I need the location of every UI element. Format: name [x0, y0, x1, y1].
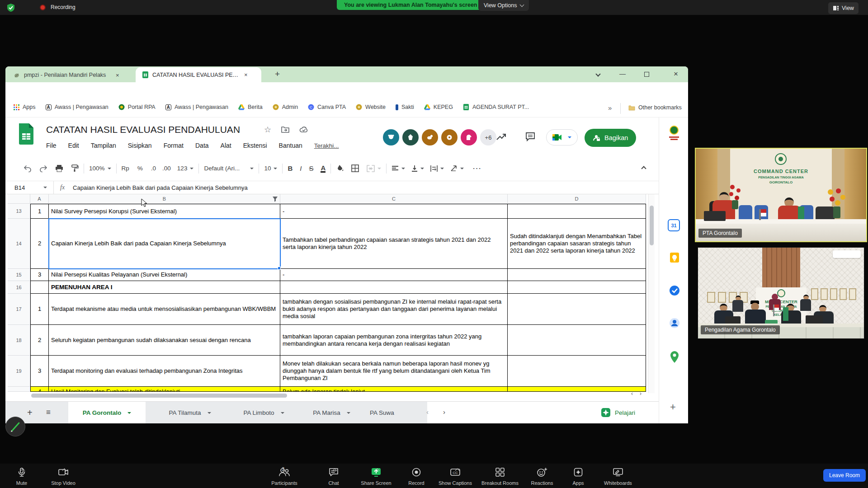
move-folder-icon[interactable] [281, 126, 289, 133]
vertical-align-icon[interactable] [411, 165, 418, 172]
bookmark-admin[interactable]: Admin [273, 104, 298, 110]
menu-ekstensi[interactable]: Ekstensi [243, 142, 267, 149]
bookmark-website[interactable]: Website [356, 104, 386, 110]
collaborator-avatar[interactable] [421, 128, 439, 146]
row-header-16[interactable]: 16 [8, 281, 30, 294]
cell-b13[interactable]: Nilai Survey Persepsi Korupsi (Survei Ek… [49, 204, 280, 219]
sheet-tab-pa-limboto[interactable]: PA Limboto [229, 402, 299, 423]
filter-icon[interactable] [272, 196, 278, 202]
column-header-d[interactable]: D [508, 194, 646, 204]
activity-trend-icon[interactable] [496, 132, 507, 141]
cell-a14[interactable]: 2 [30, 219, 49, 269]
security-shield-icon[interactable] [6, 3, 15, 12]
zoom-select[interactable]: 100% [89, 165, 105, 172]
view-options-button[interactable]: View Options [478, 0, 529, 11]
share-button[interactable]: Bagikan [585, 129, 636, 147]
star-document-icon[interactable]: ☆ [264, 125, 271, 135]
text-rotate-icon[interactable] [450, 165, 458, 172]
bookmark-portal-rpa[interactable]: Portal RPA [118, 104, 156, 110]
increase-decimal-button[interactable]: .00 [162, 165, 171, 172]
row-header-20[interactable] [8, 387, 30, 392]
sheet-tab-pa-gorontalo[interactable]: PA Gorontalo [68, 402, 146, 423]
participants-button[interactable]: 3 Participants [263, 467, 306, 486]
formula-input[interactable]: Capaian Kinerja Lebih Baik dari pada Cap… [73, 184, 248, 191]
tasks-icon[interactable] [669, 285, 680, 296]
close-tab-icon[interactable]: × [244, 71, 248, 78]
collaborator-avatar[interactable] [382, 128, 400, 146]
menu-tampilan[interactable]: Tampilan [91, 142, 116, 149]
cell-d19[interactable] [508, 356, 646, 387]
breakout-rooms-button[interactable]: Breakout Rooms [478, 467, 522, 486]
cell-c15[interactable]: - [280, 269, 508, 281]
sheet-tab-pa-tilamuta[interactable]: PA Tilamuta [153, 402, 227, 423]
column-header-c[interactable]: C [280, 194, 508, 204]
sheet-tab-pa-marisa[interactable]: PA Marisa [301, 402, 363, 423]
collaborator-overflow-badge[interactable]: +6 [479, 128, 497, 146]
strikethrough-button[interactable]: S [309, 164, 313, 172]
cell-b17[interactable]: Terdapat mekanisme atau media untuk mens… [49, 294, 280, 325]
horizontal-align-icon[interactable] [392, 165, 399, 172]
record-button[interactable]: Record [395, 467, 438, 486]
collaborator-avatar[interactable] [401, 128, 420, 146]
row-header-15[interactable]: 15 [8, 269, 30, 281]
cell-b20[interactable]: Hasil Monitoring dan Evaluasi telah diti… [49, 387, 280, 392]
format-currency-button[interactable]: Rp [122, 165, 129, 172]
leave-room-button[interactable]: Leave Room [823, 469, 866, 482]
bookmark-sakti[interactable]: Sakti [396, 104, 414, 110]
menu-file[interactable]: File [46, 142, 57, 149]
cloud-status-icon[interactable] [299, 126, 308, 133]
column-header-a[interactable]: A [30, 194, 49, 204]
undo-icon[interactable] [24, 165, 32, 172]
cell-d18[interactable] [508, 325, 646, 356]
cell-d17[interactable] [508, 294, 646, 325]
toolbar-more-icon[interactable]: ··· [473, 165, 482, 172]
row-header-13[interactable]: 13 [8, 204, 30, 219]
browser-tab-sheets[interactable]: CATATAN HASIL EVALUASI PENDA × [136, 67, 261, 82]
cell-a13[interactable]: 1 [30, 204, 49, 219]
row-header-19[interactable]: 19 [8, 356, 30, 387]
cell-d16[interactable] [508, 281, 646, 294]
text-wrap-icon[interactable] [430, 165, 438, 172]
comment-icon[interactable] [525, 132, 535, 142]
cell-a16[interactable] [30, 281, 49, 294]
italic-button[interactable]: I [300, 164, 302, 172]
show-captions-button[interactable]: CC Show Captions [434, 467, 477, 486]
window-close-icon[interactable]: × [674, 70, 678, 79]
add-addon-button[interactable]: + [670, 401, 676, 413]
minimize-icon[interactable]: — [619, 70, 626, 77]
bookmark-apps[interactable]: Apps [14, 104, 36, 110]
menu-bantuan[interactable]: Bantuan [279, 142, 302, 149]
cell-a19[interactable]: 3 [30, 356, 49, 387]
bookmark-berita[interactable]: Berita [238, 104, 263, 110]
bookmark-kepeg[interactable]: KEPEG [424, 104, 453, 110]
cell-b14-selected[interactable]: Capaian Kinerja Lebih Baik dari pada Cap… [49, 219, 280, 269]
bookmark-canva-pta[interactable]: C Canva PTA [308, 104, 346, 110]
corner-header[interactable] [8, 194, 30, 204]
fill-color-icon[interactable] [336, 164, 344, 172]
maximize-icon[interactable] [644, 72, 649, 77]
window-chevron-icon[interactable] [595, 71, 600, 76]
share-screen-button[interactable]: Share Screen [354, 467, 398, 486]
cell-a15[interactable]: 3 [30, 269, 49, 281]
cell-b19[interactable]: Terdapat monitoring dan evaluasi terhada… [49, 356, 280, 387]
cell-c20[interactable]: Belum ada laporan tindak lanjut [280, 387, 508, 392]
vertical-scrollbar[interactable] [648, 194, 655, 393]
close-tab-icon[interactable]: × [116, 72, 119, 79]
browser-tab-pmpzi[interactable]: pmpzi - Penilaian Mandiri Pelaks × [14, 69, 132, 81]
menu-alat[interactable]: Alat [221, 142, 231, 149]
scroll-right-icon[interactable]: › [640, 390, 642, 397]
new-tab-button[interactable]: + [275, 69, 280, 79]
cell-b15[interactable]: Nilai Persepsi Kualitas Pelayanan (Surve… [49, 269, 280, 281]
redo-icon[interactable] [39, 165, 47, 172]
cell-d15[interactable] [508, 269, 646, 281]
row-header-17[interactable]: 17 [8, 294, 30, 325]
bookmark-agenda-surat[interactable]: AGENDA SURAT PT... [463, 104, 529, 110]
cell-b18[interactable]: Seluruh kegiatan pembangunan sudah dilak… [49, 325, 280, 356]
row-header-18[interactable]: 18 [8, 325, 30, 356]
decrease-decimal-button[interactable]: .0 [151, 165, 156, 172]
explore-button[interactable]: Pelajari [601, 408, 635, 418]
scroll-left-icon[interactable]: ‹ [631, 390, 633, 397]
other-bookmarks-button[interactable]: Other bookmarks [628, 104, 682, 111]
menu-data[interactable]: Data [195, 142, 209, 149]
text-color-button[interactable]: A [321, 164, 326, 173]
